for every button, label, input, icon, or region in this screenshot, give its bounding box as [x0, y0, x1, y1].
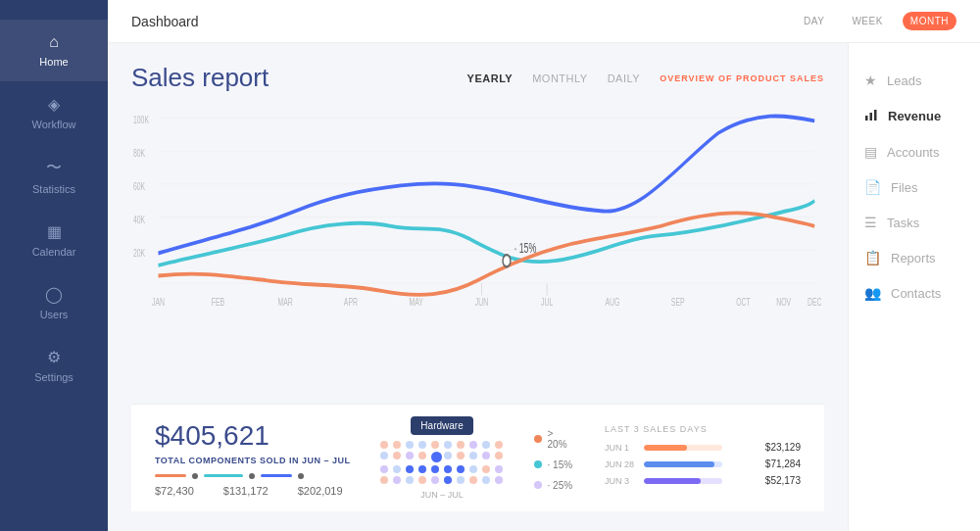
svg-text:40K: 40K	[133, 214, 145, 225]
dot-cell	[444, 452, 452, 459]
pct-dot-3	[534, 481, 542, 489]
bar-orange	[155, 474, 186, 477]
dot-cell	[469, 476, 477, 484]
dot-cell	[469, 441, 477, 449]
bottom-stats: $405,621 TOTAL COMPONENTS SOLD IN JUN – …	[131, 404, 824, 511]
dot-cell	[482, 452, 490, 459]
dot-cell	[495, 465, 503, 473]
dot-cell	[406, 441, 414, 449]
report-title: Sales report	[131, 63, 269, 93]
svg-point-11	[503, 255, 511, 266]
right-nav-accounts[interactable]: ▤ Accounts	[849, 134, 980, 169]
sidebar-item-home[interactable]: ⌂ Home	[0, 20, 108, 81]
dot-cell-active	[431, 452, 442, 462]
dot-grid	[380, 441, 505, 484]
svg-text:80K: 80K	[133, 148, 145, 160]
bar-dot	[192, 473, 198, 479]
day-button[interactable]: DAY	[796, 12, 832, 30]
dot-cell	[469, 465, 477, 473]
svg-text:JUN: JUN	[475, 297, 488, 309]
svg-text:MAY: MAY	[409, 297, 422, 309]
sidebar-item-label: Settings	[34, 371, 74, 383]
sidebar: ⌂ Home ◈ Workflow 〜 Statistics ▦ Calenda…	[0, 0, 108, 531]
svg-text:APR: APR	[344, 297, 358, 309]
sidebar-item-settings[interactable]: ⚙ Settings	[0, 334, 108, 397]
svg-text:20K: 20K	[133, 247, 145, 259]
stat-val-1: $72,430	[155, 485, 194, 497]
dot-cell	[380, 476, 388, 484]
sales-day-row-3: JUN 3 $52,173	[605, 475, 801, 486]
dot-chart: Hardware	[380, 416, 505, 500]
dot-cell	[380, 465, 388, 473]
dot-cell	[495, 452, 503, 459]
right-nav: ★ Leads Revenue ▤ Accounts 📄 F	[848, 43, 980, 531]
dot-cell	[444, 465, 452, 473]
sidebar-item-calendar[interactable]: ▦ Calendar	[0, 209, 108, 271]
pct-row-1: > 20%	[534, 428, 575, 450]
dot-cell	[482, 465, 490, 473]
dot-cell	[393, 465, 401, 473]
right-nav-reports[interactable]: 📋 Reports	[849, 240, 980, 275]
sidebar-item-label: Workflow	[31, 119, 75, 130]
dot-cell	[406, 476, 414, 484]
pct-dot-1	[534, 435, 542, 443]
tab-daily[interactable]: DAILY	[608, 72, 640, 84]
contacts-icon: 👥	[864, 285, 881, 301]
dot-cell	[393, 452, 401, 459]
right-nav-label: Revenue	[888, 109, 941, 123]
sales-amount-2: $71,284	[765, 459, 801, 469]
dot-cell	[406, 465, 414, 473]
right-nav-contacts[interactable]: 👥 Contacts	[849, 275, 980, 311]
dot-cell	[393, 476, 401, 484]
sales-days: LAST 3 SALES DAYS JUN 1 $23,129 JUN 28	[605, 424, 801, 492]
sales-bar-1	[644, 445, 687, 451]
sidebar-item-label: Statistics	[32, 183, 75, 195]
right-nav-revenue[interactable]: Revenue	[849, 98, 980, 134]
sidebar-item-workflow[interactable]: ◈ Workflow	[0, 81, 108, 144]
dot-cell	[469, 452, 477, 459]
dot-cell	[431, 441, 439, 449]
svg-text:JUL: JUL	[541, 297, 553, 309]
month-button[interactable]: MONTH	[903, 12, 956, 30]
content-area: Sales report YEARLY MONTHLY DAILY OVERVI…	[108, 43, 980, 531]
sidebar-item-label: Users	[40, 309, 69, 320]
sales-bar-3	[644, 478, 701, 484]
right-nav-label: Tasks	[887, 216, 919, 230]
dot-cell	[495, 476, 503, 484]
dot-cell	[431, 476, 439, 484]
right-nav-files[interactable]: 📄 Files	[849, 169, 980, 205]
svg-rect-29	[874, 110, 877, 121]
right-nav-leads[interactable]: ★ Leads	[849, 63, 980, 98]
sales-bar-wrap-2	[644, 461, 722, 467]
sidebar-item-users[interactable]: ◯ Users	[0, 271, 108, 334]
right-nav-tasks[interactable]: ☰ Tasks	[849, 205, 980, 240]
week-button[interactable]: WEEK	[844, 12, 890, 30]
svg-rect-27	[865, 116, 868, 121]
revenue-icon	[864, 108, 878, 124]
dot-cell	[406, 452, 414, 459]
pct-row-3: · 25%	[534, 480, 575, 491]
stat-bars	[155, 473, 351, 479]
calendar-icon: ▦	[47, 222, 62, 241]
reports-icon: 📋	[864, 250, 881, 266]
right-nav-label: Leads	[887, 73, 921, 88]
statistics-icon: 〜	[46, 158, 62, 178]
dot-tooltip: Hardware	[411, 416, 472, 435]
sales-day-row-1: JUN 1 $23,129	[605, 442, 801, 453]
dot-cell	[418, 452, 426, 459]
dot-cell	[393, 441, 401, 449]
stat-amount: $405,621	[155, 420, 351, 452]
sidebar-item-label: Calendar	[32, 246, 76, 258]
dot-cell	[380, 441, 388, 449]
bar-dot3	[298, 473, 304, 479]
stat-values: $72,430 $131,172 $202,019	[155, 485, 351, 497]
svg-text:JAN: JAN	[152, 297, 165, 309]
report-header: Sales report YEARLY MONTHLY DAILY OVERVI…	[131, 63, 824, 93]
sales-day-label-3: JUN 3	[605, 476, 636, 486]
chart-area: 100K 80K 60K 40K 20K	[131, 103, 824, 404]
sidebar-item-statistics[interactable]: 〜 Statistics	[0, 144, 108, 209]
tab-yearly[interactable]: YEARLY	[467, 72, 514, 84]
settings-icon: ⚙	[47, 348, 61, 366]
tab-monthly[interactable]: MONTHLY	[532, 72, 587, 84]
dot-cell	[457, 476, 465, 484]
